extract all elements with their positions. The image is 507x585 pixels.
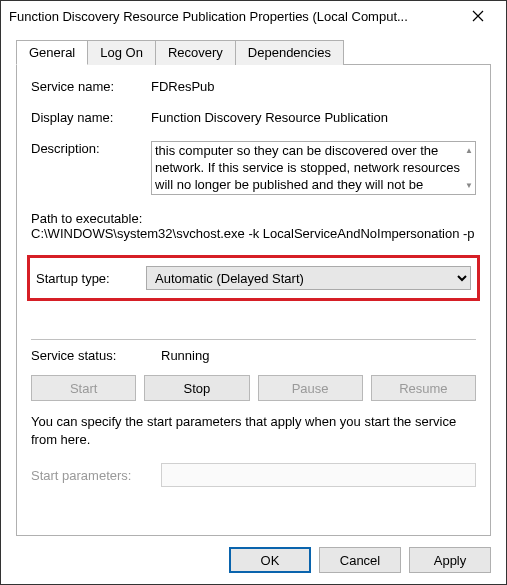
cancel-button[interactable]: Cancel	[319, 547, 401, 573]
tab-general[interactable]: General	[16, 40, 88, 65]
value-display-name: Function Discovery Resource Publication	[151, 110, 476, 125]
scroll-up-icon[interactable]: ▲	[465, 142, 473, 159]
start-parameters-input	[161, 463, 476, 487]
row-start-parameters: Start parameters:	[31, 463, 476, 487]
dialog-window: Function Discovery Resource Publication …	[0, 0, 507, 585]
close-icon	[472, 10, 484, 22]
description-text: this computer so they can be discovered …	[155, 143, 460, 192]
value-service-status: Running	[161, 348, 209, 363]
row-display-name: Display name: Function Discovery Resourc…	[31, 110, 476, 125]
row-service-status: Service status: Running	[31, 348, 476, 363]
tab-logon[interactable]: Log On	[87, 40, 156, 65]
tab-recovery[interactable]: Recovery	[155, 40, 236, 65]
tab-dependencies[interactable]: Dependencies	[235, 40, 344, 65]
label-path: Path to executable:	[31, 211, 476, 226]
pause-button: Pause	[258, 375, 363, 401]
divider	[31, 339, 476, 340]
startup-type-highlight: Startup type: Automatic (Delayed Start)	[27, 255, 480, 301]
label-start-parameters: Start parameters:	[31, 468, 161, 483]
window-title: Function Discovery Resource Publication …	[9, 9, 458, 24]
ok-button[interactable]: OK	[229, 547, 311, 573]
description-scrollbar[interactable]: ▲ ▼	[463, 142, 475, 194]
description-textbox[interactable]: this computer so they can be discovered …	[151, 141, 476, 195]
row-path: Path to executable: C:\WINDOWS\system32\…	[31, 211, 476, 241]
startup-type-select[interactable]: Automatic (Delayed Start)	[146, 266, 471, 290]
close-button[interactable]	[458, 2, 498, 30]
tab-strip: General Log On Recovery Dependencies	[16, 39, 491, 64]
service-buttons: Start Stop Pause Resume	[31, 375, 476, 401]
label-display-name: Display name:	[31, 110, 151, 125]
stop-button[interactable]: Stop	[144, 375, 249, 401]
label-description: Description:	[31, 141, 151, 156]
start-button: Start	[31, 375, 136, 401]
resume-button: Resume	[371, 375, 476, 401]
value-path: C:\WINDOWS\system32\svchost.exe -k Local…	[31, 226, 476, 241]
row-service-name: Service name: FDResPub	[31, 79, 476, 94]
hint-text: You can specify the start parameters tha…	[31, 413, 476, 449]
titlebar: Function Discovery Resource Publication …	[1, 1, 506, 31]
label-service-status: Service status:	[31, 348, 161, 363]
row-description: Description: this computer so they can b…	[31, 141, 476, 195]
scroll-down-icon[interactable]: ▼	[465, 177, 473, 194]
dialog-footer: OK Cancel Apply	[1, 536, 506, 584]
content-area: General Log On Recovery Dependencies Ser…	[1, 31, 506, 536]
label-startup-type: Startup type:	[36, 271, 146, 286]
apply-button[interactable]: Apply	[409, 547, 491, 573]
tab-page-general: Service name: FDResPub Display name: Fun…	[16, 64, 491, 536]
row-startup-type: Startup type: Automatic (Delayed Start)	[36, 266, 471, 290]
label-service-name: Service name:	[31, 79, 151, 94]
value-service-name: FDResPub	[151, 79, 476, 94]
